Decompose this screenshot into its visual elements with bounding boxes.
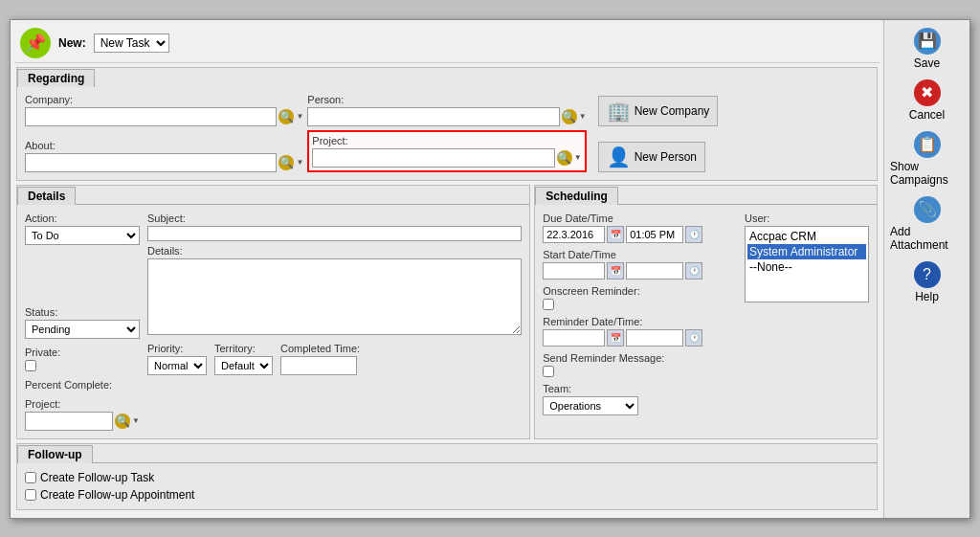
- user-item-none[interactable]: --None--: [747, 259, 866, 275]
- due-date-label: Due Date/Time: [543, 213, 737, 224]
- start-date-row: 📅 🕐: [543, 262, 737, 280]
- followup-task-checkbox[interactable]: [25, 472, 36, 483]
- project-field-group-regarding: Project: 🔍 ▼: [307, 130, 586, 172]
- send-reminder-group: Send Reminder Message:: [543, 352, 737, 377]
- user-section: User: Accpac CRM System Administrator --…: [745, 213, 869, 421]
- person-dropdown-icon[interactable]: ▼: [579, 112, 587, 121]
- reminder-time-input[interactable]: [626, 329, 683, 347]
- due-date-row: 📅 🕐: [543, 226, 737, 243]
- new-task-select[interactable]: New Task: [94, 34, 169, 53]
- person-field-group: Person: 🔍 ▼: [307, 94, 586, 126]
- status-label: Status:: [25, 306, 140, 318]
- reminder-date-input[interactable]: [543, 329, 605, 347]
- person-search-icon[interactable]: 🔍: [562, 109, 577, 124]
- followup-appointment-row: Create Follow-up Appointment: [25, 488, 869, 502]
- priority-territory-row: Priority: Normal Territory: Default: [147, 343, 522, 375]
- scheduling-section: Scheduling Due Date/Time 📅: [534, 185, 878, 439]
- details-left: Action: To Do Status: Pending: [25, 213, 140, 431]
- reminder-date-cal-button[interactable]: 📅: [607, 329, 624, 347]
- start-time-input[interactable]: [626, 262, 683, 280]
- campaigns-button[interactable]: 📋 Show Campaigns: [888, 127, 966, 190]
- start-date-cal-button[interactable]: 📅: [607, 262, 624, 280]
- completed-time-input[interactable]: [280, 356, 357, 375]
- user-item-accpac[interactable]: Accpac CRM: [747, 229, 866, 244]
- subject-field-group: Subject:: [147, 213, 522, 241]
- details-textarea[interactable]: [147, 258, 522, 335]
- team-group: Team: Operations: [543, 383, 737, 415]
- followup-tab: Follow-up: [17, 444, 877, 462]
- territory-label: Territory:: [214, 343, 273, 354]
- project-input-detail[interactable]: [25, 412, 113, 431]
- project-dropdown-icon-regarding[interactable]: ▼: [574, 153, 582, 162]
- person-label: Person:: [307, 94, 586, 105]
- due-date-input[interactable]: [543, 226, 605, 243]
- new-btns: 🏢 New Company: [590, 96, 869, 126]
- action-select[interactable]: To Do: [25, 226, 140, 245]
- company-search-icon[interactable]: 🔍: [278, 109, 294, 124]
- due-date-cal-button[interactable]: 📅: [607, 226, 624, 243]
- completed-time-label: Completed Time:: [280, 343, 360, 354]
- cancel-label: Cancel: [909, 108, 945, 122]
- scheduling-tab: Scheduling: [535, 186, 877, 204]
- project-search-icon-regarding[interactable]: 🔍: [557, 150, 572, 166]
- add-attachment-button[interactable]: 📎 Add Attachment: [888, 192, 966, 256]
- priority-select[interactable]: Normal: [147, 356, 207, 375]
- person-row: 🔍 ▼: [307, 107, 586, 126]
- company-dropdown-icon[interactable]: ▼: [296, 112, 303, 121]
- save-button[interactable]: 💾 Save: [888, 24, 966, 74]
- send-reminder-checkbox[interactable]: [543, 366, 554, 377]
- about-dropdown-icon[interactable]: ▼: [296, 158, 303, 167]
- project-input-regarding[interactable]: [312, 148, 554, 168]
- territory-select[interactable]: Default: [214, 356, 273, 375]
- new-person-button[interactable]: 👤 New Person: [598, 142, 705, 172]
- status-select[interactable]: Pending: [25, 320, 140, 339]
- company-input[interactable]: [25, 107, 277, 126]
- company-field-group: Company: 🔍 ▼: [25, 94, 303, 126]
- project-dropdown-icon-detail[interactable]: ▼: [132, 416, 140, 425]
- start-date-label: Start Date/Time: [543, 249, 737, 260]
- onscreen-reminder-checkbox[interactable]: [543, 299, 554, 310]
- regarding-body: Company: 🔍 ▼ Person: 🔍 ▼: [17, 86, 877, 180]
- details-tab-label[interactable]: Details: [17, 187, 76, 205]
- app-logo: 📌: [20, 28, 51, 58]
- reminder-time-clock-button[interactable]: 🕐: [685, 329, 702, 347]
- attach-label: Add Attachment: [890, 225, 964, 252]
- about-row: 🔍 ▼: [25, 153, 303, 172]
- details-section: Details Action: To Do Status:: [16, 185, 530, 439]
- due-date-group: Due Date/Time 📅 🕐: [543, 213, 737, 243]
- team-select[interactable]: Operations: [543, 396, 638, 415]
- subject-input[interactable]: [147, 226, 522, 241]
- private-checkbox[interactable]: [25, 360, 36, 371]
- action-field-group: Action: To Do: [25, 213, 140, 245]
- cancel-button[interactable]: ✖ Cancel: [888, 76, 966, 125]
- person-input[interactable]: [307, 107, 559, 126]
- details-text-label: Details:: [147, 245, 522, 257]
- percent-complete-label: Percent Complete:: [25, 379, 140, 391]
- percent-complete-group: Percent Complete:: [25, 379, 140, 391]
- new-company-button[interactable]: 🏢 New Company: [598, 96, 719, 126]
- scheduling-tab-label[interactable]: Scheduling: [535, 187, 618, 205]
- project-search-icon-detail[interactable]: 🔍: [115, 414, 130, 429]
- new-person-container: 👤 New Person: [590, 142, 869, 172]
- about-input[interactable]: [25, 153, 277, 172]
- user-item-admin[interactable]: System Administrator: [747, 244, 866, 259]
- help-button[interactable]: ? Help: [888, 257, 966, 307]
- regarding-tab-label[interactable]: Regarding: [17, 69, 95, 87]
- project-detail-row: 🔍 ▼: [25, 412, 140, 431]
- sidebar: 💾 Save ✖ Cancel 📋 Show Campaigns 📎 Add A…: [883, 20, 969, 518]
- due-time-clock-button[interactable]: 🕐: [685, 226, 702, 243]
- priority-label: Priority:: [147, 343, 207, 354]
- project-row-regarding: 🔍 ▼: [312, 148, 581, 168]
- followup-appointment-checkbox[interactable]: [25, 489, 36, 501]
- attach-icon: 📎: [914, 196, 941, 223]
- reminder-date-row: 📅 🕐: [543, 329, 737, 347]
- help-label: Help: [915, 290, 939, 303]
- due-time-input[interactable]: [626, 226, 683, 243]
- followup-tab-label[interactable]: Follow-up: [17, 445, 93, 463]
- user-label: User:: [745, 213, 869, 224]
- about-search-icon[interactable]: 🔍: [278, 155, 294, 170]
- user-list[interactable]: Accpac CRM System Administrator --None--: [745, 226, 869, 302]
- start-time-clock-button[interactable]: 🕐: [685, 262, 702, 280]
- start-date-input[interactable]: [543, 262, 605, 280]
- reminder-date-group: Reminder Date/Time: 📅 🕐: [543, 316, 737, 347]
